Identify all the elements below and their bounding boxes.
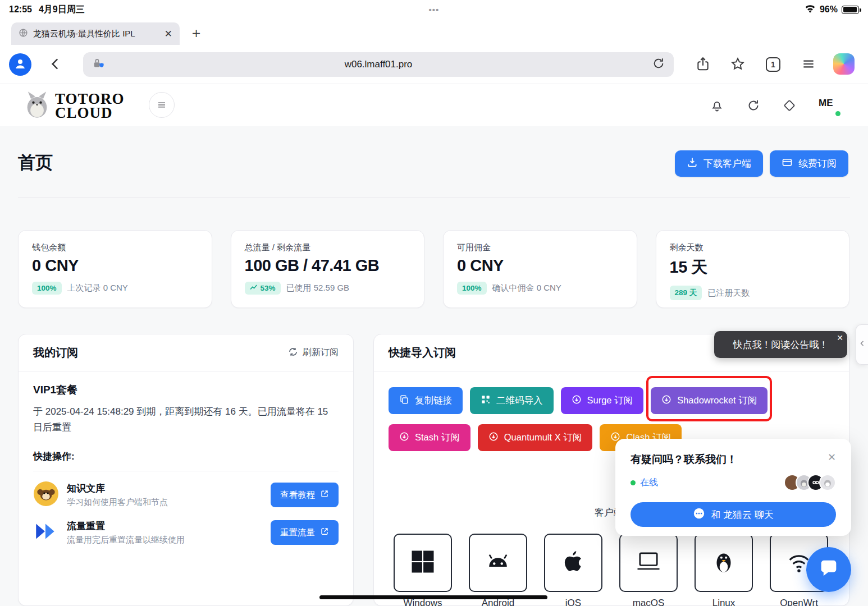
stat-note: 确认中佣金 0 CNY — [492, 283, 561, 293]
external-link-icon — [320, 527, 329, 538]
bell-icon[interactable] — [709, 98, 725, 113]
stat-card-commission: 可用佣金 0 CNY 100% 确认中佣金 0 CNY — [443, 230, 637, 308]
view-tutorial-button[interactable]: 查看教程 — [271, 483, 339, 507]
close-tab-icon[interactable]: ✕ — [165, 28, 172, 40]
action-title: 流量重置 — [67, 520, 185, 532]
qr-code-icon — [481, 394, 491, 407]
windows-icon — [408, 547, 437, 579]
browser-tab[interactable]: 龙猫云机场-最具性价比 IPL ✕ — [11, 22, 180, 45]
qr-import-button[interactable]: 二维码导入 — [470, 387, 554, 414]
clock: 12:55 — [9, 4, 32, 15]
side-panel-handle[interactable] — [856, 324, 868, 365]
shadowrocket-subscribe-button[interactable]: Shadowrocket 订阅 — [651, 387, 768, 414]
tab-bar: 龙猫云机场-最具性价比 IPL ✕ ＋ — [0, 19, 868, 45]
stash-subscribe-button[interactable]: Stash 订阅 — [389, 424, 470, 451]
close-icon[interactable]: ✕ — [828, 452, 836, 462]
tab-count: 1 — [771, 60, 775, 69]
cloud-download-icon — [488, 431, 499, 444]
import-buttons-row-1: 复制链接 二维码导入 Surge 订阅 — [389, 387, 834, 414]
totoro-logo-icon — [22, 90, 52, 122]
my-subscription-panel: 我的订阅 刷新订阅 VIP1套餐 于 2025-04-24 15:48:29 到… — [18, 334, 354, 606]
chat-with-us-button[interactable]: 和 龙猫云 聊天 — [631, 502, 836, 527]
globe-icon — [19, 28, 28, 39]
stat-label: 总流量 / 剩余流量 — [245, 242, 411, 253]
multitask-dots-icon[interactable]: ••• — [429, 5, 440, 15]
battery-icon — [842, 6, 859, 14]
refresh-label: 刷新订阅 — [303, 347, 339, 359]
reload-icon[interactable] — [652, 57, 665, 72]
wallet-icon — [782, 157, 793, 171]
address-bar[interactable]: w06.lmaff01.pro — [83, 52, 674, 77]
site-menu-button[interactable] — [149, 92, 175, 118]
announcement-text: 快点我！阅读公告哦！ — [733, 338, 829, 351]
agent-avatar — [819, 474, 836, 491]
back-button[interactable] — [48, 56, 63, 74]
stat-card-wallet: 钱包余额 0 CNY 100% 上次记录 0 CNY — [18, 230, 212, 308]
stat-note: 已使用 52.59 GB — [286, 283, 350, 293]
cloud-download-icon — [661, 394, 671, 407]
download-client-label: 下载客户端 — [703, 157, 751, 170]
android-icon — [483, 547, 513, 579]
profile-initials: ME — [819, 98, 833, 108]
status-bar: 12:55 4月9日周三 ••• 96% — [0, 0, 868, 19]
profile-avatar[interactable]: ME — [819, 98, 833, 109]
action-desc: 流量用完后重置流量以继续使用 — [67, 535, 185, 545]
quantumult-subscribe-button[interactable]: Quantumult X 订阅 — [478, 424, 592, 451]
panel-title: 快捷导入订阅 — [389, 345, 456, 360]
online-dot — [631, 480, 636, 485]
share-icon[interactable] — [695, 56, 711, 72]
site-logo[interactable]: TOTORO CLOUD — [22, 90, 125, 122]
platform-ios[interactable]: iOS — [544, 534, 602, 606]
platform-macos[interactable]: macOS — [619, 534, 678, 606]
stat-card-days: 剩余天数 15 天 289 天 已注册天数 — [656, 230, 850, 308]
download-icon — [687, 157, 698, 171]
browser-toolbar: w06.lmaff01.pro 1 — [0, 45, 868, 84]
tabs-button[interactable]: 1 — [766, 57, 780, 72]
site-header: TOTORO CLOUD ME — [0, 84, 868, 126]
close-icon[interactable]: ✕ — [837, 333, 843, 342]
renew-subscription-button[interactable]: 续费订阅 — [770, 150, 848, 177]
chat-popup-title: 有疑问吗？联系我们！ — [631, 452, 737, 467]
divider — [33, 471, 339, 471]
traffic-reset-row: 流量重置 流量用完后重置流量以继续使用 重置流量 — [33, 518, 339, 547]
date: 4月9日周三 — [39, 4, 85, 16]
tab-title: 龙猫云机场-最具性价比 IPL — [33, 29, 159, 39]
profile-button[interactable] — [9, 53, 31, 76]
refresh-subscription-button[interactable]: 刷新订阅 — [288, 347, 339, 359]
copy-link-button[interactable]: 复制链接 — [389, 387, 463, 414]
battery-percent: 96% — [820, 4, 838, 15]
person-icon — [13, 57, 27, 72]
apple-icon — [559, 548, 587, 578]
stat-value: 0 CNY — [32, 256, 198, 275]
stat-note: 已注册天数 — [707, 288, 750, 299]
action-desc: 学习如何使用客户端和节点 — [67, 497, 168, 508]
wifi-icon — [805, 4, 816, 15]
action-title: 知识文库 — [67, 482, 168, 495]
download-client-button[interactable]: 下载客户端 — [675, 150, 763, 177]
chat-bubble-icon — [817, 557, 840, 582]
status-badge: 53% — [245, 282, 281, 295]
home-indicator[interactable] — [319, 595, 547, 599]
knowledge-base-row: 知识文库 学习如何使用客户端和节点 查看教程 — [33, 481, 339, 509]
platform-linux[interactable]: Linux — [695, 534, 753, 606]
stat-value: 100 GB / 47.41 GB — [245, 256, 411, 275]
new-tab-button[interactable]: ＋ — [189, 24, 203, 42]
copilot-icon[interactable] — [833, 53, 855, 75]
chevron-left-icon — [859, 339, 866, 350]
stat-label: 剩余天数 — [670, 242, 836, 253]
chat-fab-button[interactable] — [806, 547, 851, 592]
announcement-tooltip[interactable]: 快点我！阅读公告哦！ ✕ — [714, 331, 847, 358]
stats-row: 钱包余额 0 CNY 100% 上次记录 0 CNY 总流量 / 剩余流量 10… — [18, 230, 849, 308]
reset-traffic-button[interactable]: 重置流量 — [271, 520, 339, 545]
renew-label: 续费订阅 — [798, 157, 837, 170]
surge-subscribe-button[interactable]: Surge 订阅 — [561, 387, 644, 414]
stat-label: 钱包余额 — [32, 242, 198, 253]
diamond-icon[interactable] — [782, 98, 797, 113]
logo-text-line2: CLOUD — [55, 106, 125, 120]
external-link-icon — [320, 489, 329, 501]
menu-icon[interactable] — [801, 56, 816, 72]
bookmark-star-icon[interactable] — [730, 56, 746, 72]
sync-icon[interactable] — [746, 98, 761, 113]
url-text: w06.lmaff01.pro — [104, 59, 652, 70]
panel-title: 我的订阅 — [33, 345, 78, 360]
